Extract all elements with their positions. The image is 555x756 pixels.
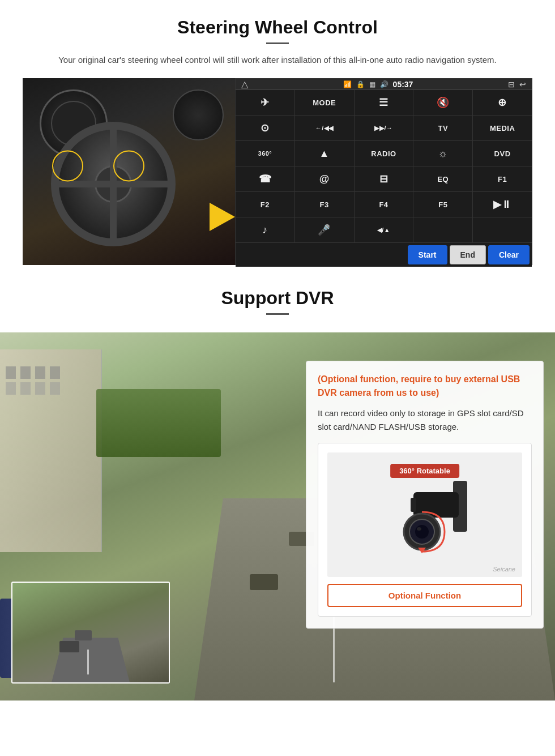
dvr-camera-box: 360° Rotatable (318, 443, 532, 617)
dvr-windows (6, 366, 61, 395)
cam-360-badge: 360° Rotatable (390, 464, 459, 478)
ui-btn-radio[interactable]: RADIO (355, 141, 413, 166)
svg-point-6 (417, 527, 421, 531)
svg-rect-2 (411, 498, 416, 512)
steering-divider (266, 42, 289, 44)
ui-btn-media[interactable]: MEDIA (473, 116, 532, 140)
ui-btn-prev[interactable]: ←/◀◀ (295, 116, 354, 140)
ui-panel: △ 📶 🔒 ▦ 🔊 05:37 ⊟ ↩ ✈ MODE ☰ (235, 78, 532, 265)
ui-btn-360[interactable]: 360° (236, 141, 294, 166)
dvr-hedge (96, 389, 221, 457)
camera-svg (340, 464, 510, 566)
steering-photo (23, 78, 235, 265)
camera-watermark: Seicane (493, 566, 515, 573)
ui-btn-grid[interactable]: ⊕ (473, 90, 532, 115)
start-button[interactable]: Start (408, 245, 447, 264)
camera-illustration: 360° Rotatable (327, 452, 522, 577)
ui-topbar-center: 📶 🔒 ▦ 🔊 05:37 (343, 80, 413, 89)
ui-buttons-grid: ✈ MODE ☰ 🔇 ⊕ ⊙ ←/◀◀ ▶▶/→ TV MEDIA 360° ▲… (236, 90, 532, 242)
ui-btn-f4[interactable]: F4 (355, 192, 413, 217)
ui-btn-settings[interactable]: ⊙ (236, 116, 294, 140)
ui-btn-empty2 (473, 217, 532, 242)
dvr-info-card: (Optional function, require to buy exter… (306, 361, 544, 629)
ui-btn-screen[interactable]: ⊟ (355, 166, 413, 191)
back-icon[interactable]: ↩ (519, 80, 526, 89)
ui-btn-music[interactable]: ♪ (236, 217, 294, 242)
ui-btn-mic[interactable]: 🎤 (295, 217, 354, 242)
ui-topbar: △ 📶 🔒 ▦ 🔊 05:37 ⊟ ↩ (236, 79, 532, 90)
dvr-preview-small (11, 582, 170, 684)
ui-btn-f5[interactable]: F5 (413, 192, 472, 217)
ui-topbar-right: ⊟ ↩ (508, 80, 526, 89)
ui-btn-playpause[interactable]: ▶⏸ (473, 192, 532, 217)
ui-btn-eq[interactable]: EQ (413, 166, 472, 191)
window-icon[interactable]: ⊟ (508, 80, 515, 89)
home-icon[interactable]: △ (241, 79, 248, 89)
dvr-preview-inner (12, 583, 169, 682)
optional-function-button[interactable]: Optional Function (327, 584, 522, 607)
ui-time: 05:37 (393, 80, 413, 89)
ui-btn-f3[interactable]: F3 (295, 192, 354, 217)
steering-section: Steering Wheel Control Your original car… (0, 0, 555, 265)
dvr-optional-text: (Optional function, require to buy exter… (318, 373, 532, 400)
ui-btn-mode[interactable]: MODE (295, 90, 354, 115)
ui-btn-f2[interactable]: F2 (236, 192, 294, 217)
ui-btn-f1[interactable]: F1 (473, 166, 532, 191)
volume-icon: 🔊 (380, 80, 388, 88)
steering-bg (23, 78, 235, 265)
svg-point-5 (415, 525, 429, 539)
dvr-car1 (250, 574, 278, 590)
dvr-background: (Optional function, require to buy exter… (0, 332, 555, 701)
steering-title: Steering Wheel Control (23, 17, 532, 38)
dvr-title-area: Support DVR (0, 271, 555, 332)
ui-btn-phone[interactable]: ☎ (236, 166, 294, 191)
ui-btn-nav[interactable]: ✈ (236, 90, 294, 115)
dvr-section: Support DVR (0, 271, 555, 701)
steering-subtitle: Your original car's steering wheel contr… (45, 53, 510, 67)
dvr-title: Support DVR (0, 288, 555, 309)
ui-btn-menu[interactable]: ☰ (355, 90, 413, 115)
ui-btn-voldown[interactable]: ◀/▲ (355, 217, 413, 242)
lock-icon: 🔒 (356, 80, 365, 88)
dvr-desc-text: It can record video only to storage in G… (318, 407, 532, 434)
steering-content: △ 📶 🔒 ▦ 🔊 05:37 ⊟ ↩ ✈ MODE ☰ (23, 78, 532, 265)
clear-button[interactable]: Clear (488, 245, 530, 264)
ui-btn-brightness[interactable]: ☼ (413, 141, 472, 166)
ui-btn-mute[interactable]: 🔇 (413, 90, 472, 115)
ui-btn-eject[interactable]: ▲ (295, 141, 354, 166)
ui-btn-next[interactable]: ▶▶/→ (355, 116, 413, 140)
ui-bottom-row: Start End Clear (236, 242, 532, 267)
end-button[interactable]: End (450, 245, 486, 264)
dvr-divider (266, 313, 289, 315)
ui-btn-tv[interactable]: TV (413, 116, 472, 140)
grid-icon: ▦ (369, 80, 375, 88)
ui-btn-dvd[interactable]: DVD (473, 141, 532, 166)
ui-btn-empty1 (413, 217, 472, 242)
ui-btn-web[interactable]: @ (295, 166, 354, 191)
wifi-icon: 📶 (343, 80, 352, 88)
